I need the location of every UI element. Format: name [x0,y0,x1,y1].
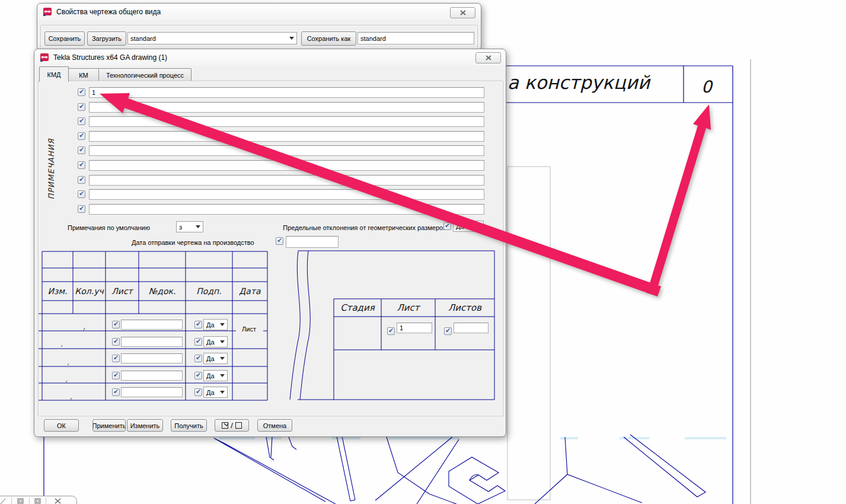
tab-km[interactable]: КМ [68,68,100,82]
chevron-down-icon [220,391,225,396]
close-icon[interactable] [46,497,70,504]
note-row-input[interactable] [89,175,484,186]
note-row-checkbox[interactable] [78,88,85,96]
notes-group-label: ПРИМЕЧАНИЯ [47,127,56,210]
note-row-checkbox[interactable] [78,176,85,184]
note-row-checkbox[interactable] [78,103,85,111]
col-header-podp: Подп. [186,286,232,296]
window-glyph-icon[interactable] [0,497,11,504]
tolerance-label: Предельные отклонения от геометрических … [283,224,446,231]
close-button[interactable] [450,7,475,18]
row-input[interactable] [121,320,183,330]
row-checkbox[interactable] [112,372,120,379]
close-icon [486,55,491,60]
sheet-checkbox[interactable] [387,327,395,335]
row-checkbox[interactable] [112,321,120,328]
row-select[interactable]: Да [203,336,228,347]
sheet-header: Лист [381,302,435,313]
save-button[interactable]: Сохранить [44,31,85,46]
load-button[interactable]: Загрузить [87,31,126,46]
sheets-input[interactable] [454,323,489,333]
default-notes-select[interactable]: з [176,221,203,232]
row-input[interactable] [121,371,183,381]
row-input[interactable] [121,353,183,363]
note-row-checkbox[interactable] [78,117,85,125]
close-icon [460,10,466,15]
ok-button[interactable]: ОК [44,419,79,432]
note-row-input[interactable] [89,189,484,200]
sheets-checkbox[interactable] [444,327,452,335]
note-row-checkbox[interactable] [78,161,85,169]
note-row-checkbox[interactable] [78,146,85,154]
row-checkbox[interactable] [194,388,202,396]
row-checkbox[interactable] [194,372,202,379]
properties-dialog-title: Свойства чертежа общего вида [56,8,161,16]
note-row-input[interactable] [89,102,484,113]
sheet-input[interactable] [397,323,432,333]
cancel-button[interactable]: Отмена [257,419,292,432]
screen: а конструкций 0 Свойства чертежа общего … [0,0,846,504]
row-checkbox[interactable] [194,355,202,362]
ga-dialog-titlebar[interactable]: Tekla Structures x64 GA drawing (1) [34,49,506,66]
restore-icon[interactable] [12,497,29,504]
ga-dialog-title: Tekla Structures x64 GA drawing (1) [53,53,167,62]
row-select[interactable]: Да [203,370,228,381]
row-select-value: Да [206,339,215,346]
save-as-input[interactable] [357,32,474,44]
toggle-all-checkboxes-button[interactable]: / [215,419,249,432]
row-checkbox[interactable] [112,355,120,362]
profile-select[interactable]: standard [127,32,297,44]
get-button[interactable]: Получить [171,419,207,432]
row-input[interactable] [121,387,183,397]
row-checkbox[interactable] [194,338,202,346]
restore-icon[interactable] [30,497,46,504]
save-as-button[interactable]: Сохранить как [301,31,356,46]
note-row-checkbox[interactable] [78,132,85,140]
note-row-input[interactable] [89,204,484,215]
tekla-logo-icon [43,7,52,17]
note-row-input[interactable] [89,145,484,156]
tab-tech-process[interactable]: Технологический процесс [98,68,191,82]
col-header-koluch: Кол.уч [73,286,106,296]
modify-button[interactable]: Изменить [127,419,163,432]
tekla-logo-icon [40,53,49,62]
chevron-down-icon [196,225,200,231]
row-select-value: Да [206,389,215,396]
chevron-down-icon [289,37,294,42]
note-row-input[interactable] [89,87,484,98]
note-row-checkbox[interactable] [78,205,85,213]
row-select[interactable]: Да [203,353,228,364]
ga-dialog: Tekla Structures x64 GA drawing (1) КМД … [34,49,506,437]
tolerance-select[interactable]: Да [453,221,484,232]
row-checkbox[interactable] [112,388,120,396]
note-row-input[interactable] [89,116,484,127]
apply-button[interactable]: Применить [92,419,126,432]
row-select[interactable]: Да [203,387,228,398]
send-date-input[interactable] [286,236,339,248]
note-row-checkbox[interactable] [78,190,85,198]
sheet-side-label: Лист [237,326,261,333]
wireframe-drawing [214,435,705,504]
view-boundary [507,167,550,500]
send-date-label: Дата отправки чертежа на производство [132,239,254,246]
col-header-izm: Изм. [42,286,73,296]
default-notes-label: Примечания по умолчанию [68,224,150,231]
row-checkbox[interactable] [112,338,120,346]
send-date-checkbox[interactable] [276,237,283,245]
row-input[interactable] [121,337,183,347]
chevron-down-icon [476,225,481,230]
note-row-input[interactable] [89,160,484,171]
default-notes-value: з [179,224,182,231]
col-header-ndok: №док. [139,286,186,296]
tab-kmd[interactable]: КМД [39,66,69,82]
row-checkbox[interactable] [194,321,202,328]
row-select-value: Да [206,355,215,362]
unchecked-box-icon [235,422,242,429]
tolerance-checkbox[interactable] [443,222,451,230]
row-select[interactable]: Да [203,319,228,330]
note-row-input[interactable] [89,131,484,142]
checked-box-icon [222,422,228,429]
properties-dialog: Свойства чертежа общего вида Сохранить З… [37,3,481,50]
close-button[interactable] [475,52,501,63]
properties-dialog-titlebar[interactable]: Свойства чертежа общего вида [37,4,481,20]
